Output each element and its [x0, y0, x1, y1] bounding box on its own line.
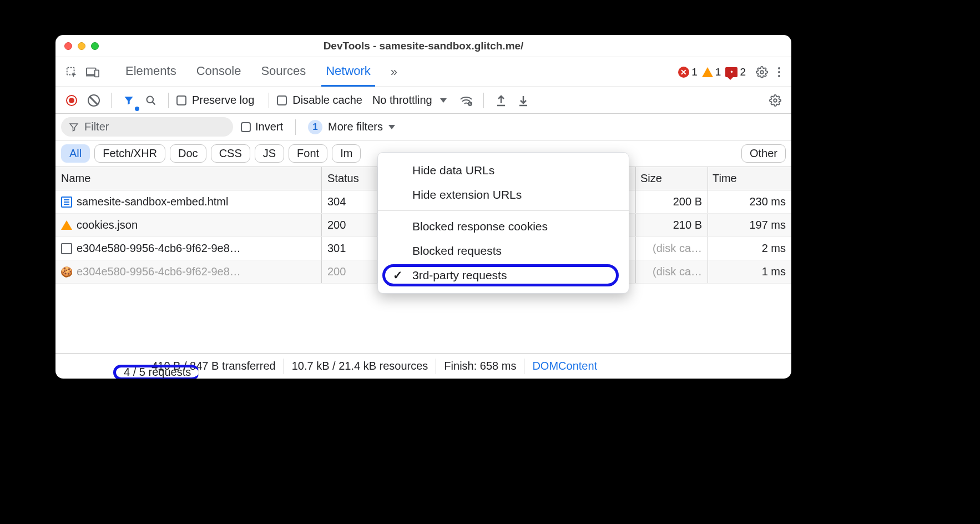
filterbar: Filter Invert 1 More filters [55, 114, 791, 140]
warnings-count[interactable]: 1 [702, 66, 721, 78]
filter-toggle-icon[interactable] [119, 91, 138, 110]
more-options-icon[interactable] [774, 67, 785, 77]
preserve-log-label: Preserve log [192, 94, 254, 107]
row-name: samesite-sandbox-embed.html [77, 195, 228, 208]
tab-console[interactable]: Console [192, 57, 246, 87]
record-button[interactable] [62, 91, 81, 110]
chip-img[interactable]: Im [332, 144, 361, 163]
messages-count[interactable]: • 2 [725, 66, 746, 78]
close-window-button[interactable] [64, 42, 72, 50]
svg-point-5 [147, 96, 154, 103]
menu-blocked-requests[interactable]: Blocked requests [378, 239, 629, 263]
row-name: e304e580-9956-4cb6-9f62-9e8… [77, 242, 241, 255]
menu-label: Hide extension URLs [412, 188, 522, 201]
menu-3rd-party-requests[interactable]: ✓ 3rd-party requests [378, 263, 629, 288]
messages-number: 2 [740, 66, 746, 78]
download-har-icon[interactable] [514, 91, 533, 110]
menu-label: Hide data URLs [412, 164, 494, 177]
inspect-element-icon[interactable] [62, 63, 81, 82]
more-filters-badge: 1 [308, 120, 322, 134]
row-status: 304 [322, 190, 377, 213]
row-size: (disk ca… [636, 260, 708, 283]
menu-hide-extension-urls[interactable]: Hide extension URLs [378, 183, 629, 207]
status-domcontent: DOMContent [524, 359, 605, 374]
invert-checkbox[interactable]: Invert [241, 120, 283, 133]
chip-all[interactable]: All [61, 144, 90, 163]
cookie-icon: 🍪 [61, 266, 72, 278]
svg-point-4 [760, 70, 764, 74]
filter-input[interactable]: Filter [61, 117, 233, 137]
row-size: 210 B [636, 214, 708, 236]
chip-fetch-xhr[interactable]: Fetch/XHR [94, 144, 165, 163]
row-size: 200 B [636, 190, 708, 213]
row-time: 197 ms [708, 214, 791, 236]
more-filters-menu: Hide data URLs Hide extension URLs Block… [377, 152, 629, 294]
col-header-status[interactable]: Status [322, 167, 377, 190]
search-icon[interactable] [142, 91, 160, 110]
warning-icon [702, 67, 713, 77]
tab-elements[interactable]: Elements [121, 57, 181, 87]
network-conditions-icon[interactable] [457, 91, 476, 110]
chip-font[interactable]: Font [289, 144, 327, 163]
issues-summary: ✕ 1 1 • 2 [678, 66, 746, 78]
status-requests: 4 / 5 requests [113, 365, 199, 379]
filter-placeholder: Filter [84, 120, 109, 133]
chip-css[interactable]: CSS [211, 144, 250, 163]
row-size: (disk ca… [636, 237, 708, 260]
status-requests-text: 4 / 5 requests [124, 366, 191, 379]
chevron-down-icon [388, 125, 395, 129]
settings-icon[interactable] [752, 63, 771, 82]
warning-icon [61, 220, 72, 230]
network-settings-icon[interactable] [766, 91, 785, 110]
chip-js[interactable]: JS [255, 144, 284, 163]
menu-blocked-response-cookies[interactable]: Blocked response cookies [378, 214, 629, 239]
row-time: 230 ms [708, 190, 791, 213]
panel-tabs: Elements Console Sources Network » [121, 57, 402, 87]
funnel-icon [69, 122, 79, 132]
tab-sources[interactable]: Sources [256, 57, 310, 87]
errors-number: 1 [691, 66, 698, 78]
chevron-down-icon [440, 98, 447, 103]
menu-label: Blocked requests [412, 244, 502, 258]
statusbar: 4 / 5 requests 410 B / 847 B transferred… [55, 353, 791, 379]
check-icon: ✓ [391, 269, 405, 282]
errors-count[interactable]: ✕ 1 [678, 66, 698, 78]
col-header-time[interactable]: Time [708, 167, 791, 190]
window-title: DevTools - samesite-sandbox.glitch.me/ [55, 40, 791, 52]
svg-rect-3 [95, 70, 99, 77]
col-header-size[interactable]: Size [636, 167, 708, 190]
row-time: 1 ms [708, 260, 791, 283]
status-resources: 10.7 kB / 21.4 kB resources [284, 359, 437, 374]
menu-label: Blocked response cookies [412, 220, 548, 233]
warnings-number: 1 [715, 66, 721, 78]
more-tabs-button[interactable]: » [386, 65, 402, 79]
row-status: 301 [322, 237, 377, 260]
maximize-window-button[interactable] [91, 42, 99, 50]
throttling-select[interactable]: No throttling [372, 94, 447, 107]
preserve-log-checkbox[interactable] [176, 95, 186, 105]
window-controls [64, 42, 99, 50]
minimize-window-button[interactable] [78, 42, 85, 50]
svg-point-8 [774, 99, 777, 102]
tab-network[interactable]: Network [321, 57, 375, 87]
upload-har-icon[interactable] [492, 91, 511, 110]
invert-label: Invert [255, 120, 283, 133]
disable-cache-label: Disable cache [292, 94, 362, 107]
more-filters-label: More filters [328, 120, 383, 133]
titlebar: DevTools - samesite-sandbox.glitch.me/ [55, 35, 791, 57]
col-header-name[interactable]: Name [55, 167, 322, 190]
chip-doc[interactable]: Doc [170, 144, 206, 163]
disable-cache-checkbox[interactable] [277, 95, 287, 105]
row-status: 200 [322, 214, 377, 236]
device-toolbar-icon[interactable] [83, 63, 102, 82]
other-icon [61, 243, 72, 254]
status-finish: Finish: 658 ms [436, 359, 524, 374]
menu-hide-data-urls[interactable]: Hide data URLs [378, 158, 629, 183]
chip-other[interactable]: Other [741, 144, 786, 163]
clear-button[interactable] [84, 91, 103, 110]
error-icon: ✕ [678, 67, 689, 78]
network-toolbar: Preserve log Disable cache No throttling [55, 87, 791, 114]
more-filters-dropdown[interactable]: 1 More filters [308, 120, 395, 134]
main-tabbar: Elements Console Sources Network » ✕ 1 1… [55, 57, 791, 87]
row-time: 2 ms [708, 237, 791, 260]
